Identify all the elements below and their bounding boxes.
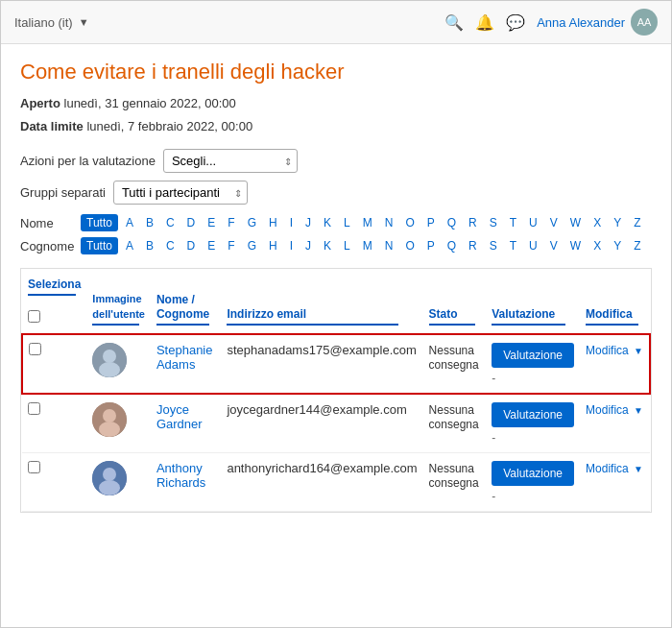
surname-filter-B[interactable]: B (141, 237, 158, 254)
surname-filter-W[interactable]: W (565, 237, 586, 254)
surname-filter-X[interactable]: X (588, 237, 606, 254)
row3-status: Nessuna consegna (429, 462, 479, 490)
name-filter-H[interactable]: H (264, 214, 282, 231)
name-filter-G[interactable]: G (243, 214, 261, 231)
select-all-checkbox[interactable] (28, 310, 40, 323)
name-filter-W[interactable]: W (565, 214, 586, 231)
surname-filter-J[interactable]: J (300, 237, 316, 254)
bell-icon[interactable]: 🔔 (475, 13, 494, 32)
row1-avatar-cell (86, 334, 151, 394)
surname-filter-A[interactable]: A (121, 237, 138, 254)
name-filter-T[interactable]: T (505, 214, 521, 231)
name-filter-E[interactable]: E (203, 214, 220, 231)
row3-grade-button[interactable]: Valutazione (492, 461, 574, 486)
name-filter-N[interactable]: N (380, 214, 398, 231)
name-filter-O[interactable]: O (400, 214, 419, 231)
user-menu[interactable]: Anna Alexander AA (537, 9, 658, 36)
row1-grade-button[interactable]: Valutazione (492, 343, 574, 368)
row2-edit-cell: Modifica ▼ (580, 394, 650, 453)
name-filter-M[interactable]: M (358, 214, 377, 231)
col-grade: Valutazione (486, 269, 580, 334)
surname-filter-F[interactable]: F (223, 237, 239, 254)
name-filter-Y[interactable]: Y (609, 214, 626, 231)
row1-avatar (92, 343, 127, 377)
row1-checkbox[interactable] (29, 343, 41, 355)
name-filter-X[interactable]: X (588, 214, 606, 231)
name-filter-J[interactable]: J (300, 214, 316, 231)
row2-sub: - (492, 431, 574, 445)
surname-filter-T[interactable]: T (505, 237, 521, 254)
submissions-table: Seleziona Immagine dell'utente Nome / Co… (21, 269, 651, 512)
row3-edit-link[interactable]: Modifica ▼ (586, 462, 643, 475)
surname-filter-N[interactable]: N (380, 237, 398, 254)
surname-filter-E[interactable]: E (203, 237, 220, 254)
row2-name-link[interactable]: Joyce Gardner (156, 402, 203, 431)
name-filter-B[interactable]: B (141, 214, 158, 231)
top-navigation: Italiano (it) ▼ 🔍 🔔 💬 Anna Alexander AA (1, 1, 671, 44)
surname-filter-H[interactable]: H (264, 237, 282, 254)
name-filter-A[interactable]: A (121, 214, 138, 231)
surname-filter-P[interactable]: P (422, 237, 440, 254)
surname-filter-U[interactable]: U (524, 237, 542, 254)
surname-filter-R[interactable]: R (464, 237, 482, 254)
name-filter-all[interactable]: Tutto (81, 214, 118, 231)
name-filter-Z[interactable]: Z (629, 214, 645, 231)
surname-filter-L[interactable]: L (339, 237, 355, 254)
actions-select[interactable]: Scegli... (163, 149, 298, 173)
row2-status-cell: Nessuna consegna (423, 394, 487, 453)
language-selector[interactable]: Italiano (it) ▼ (14, 15, 89, 30)
row3-email: anthonyrichard164@example.com (227, 461, 417, 475)
surname-filter-C[interactable]: C (161, 237, 180, 254)
surname-filter-Z[interactable]: Z (629, 237, 645, 254)
groups-select-wrapper: Tutti i partecipanti (113, 181, 248, 205)
groups-select[interactable]: Tutti i partecipanti (113, 181, 248, 205)
name-filter-C[interactable]: C (161, 214, 180, 231)
surname-filter-I[interactable]: I (285, 237, 298, 254)
row3-avatar (92, 461, 127, 495)
row2-grade-button[interactable]: Valutazione (492, 402, 574, 427)
surname-filter-S[interactable]: S (485, 237, 502, 254)
surname-filter-O[interactable]: O (400, 237, 419, 254)
row3-avatar-cell (86, 453, 151, 512)
name-filter-V[interactable]: V (545, 214, 563, 231)
name-filter-S[interactable]: S (485, 214, 502, 231)
row3-sub: - (492, 490, 574, 503)
row2-checkbox[interactable] (28, 402, 40, 415)
svg-point-8 (99, 480, 120, 495)
col-email: Indirizzo email (221, 269, 422, 334)
row3-checkbox[interactable] (28, 461, 40, 473)
surname-filter-Y[interactable]: Y (609, 237, 626, 254)
row3-name-link[interactable]: Anthony Richards (156, 461, 205, 490)
surname-filter-G[interactable]: G (243, 237, 261, 254)
name-filter-L[interactable]: L (339, 214, 355, 231)
row1-grade-cell: Valutazione - (486, 334, 580, 394)
row1-edit-link[interactable]: Modifica ▼ (586, 344, 643, 357)
actions-select-wrapper: Scegli... (163, 149, 298, 173)
name-filter-F[interactable]: F (223, 214, 239, 231)
chat-icon[interactable]: 💬 (506, 13, 525, 32)
name-filter-I[interactable]: I (285, 214, 298, 231)
row2-status: Nessuna consegna (429, 403, 479, 431)
search-icon[interactable]: 🔍 (444, 13, 464, 32)
name-filter-Q[interactable]: Q (443, 214, 461, 231)
deadline-row: Data limite lunedì, 7 febbraio 2022, 00:… (20, 117, 652, 136)
name-filter-P[interactable]: P (422, 214, 440, 231)
surname-filter-V[interactable]: V (545, 237, 563, 254)
surname-filter-Q[interactable]: Q (443, 237, 461, 254)
name-filter-K[interactable]: K (319, 214, 336, 231)
main-content: Come evitare i tranelli degli hacker Ape… (1, 44, 671, 528)
groups-row: Gruppi separati Tutti i partecipanti (20, 181, 652, 205)
name-filter-R[interactable]: R (464, 214, 482, 231)
surname-filter-K[interactable]: K (319, 237, 336, 254)
surname-filter-all[interactable]: Tutto (81, 237, 118, 254)
name-filter-U[interactable]: U (524, 214, 542, 231)
row2-email-cell: joycegardner144@example.com (221, 394, 422, 453)
nav-right: 🔍 🔔 💬 Anna Alexander AA (444, 9, 658, 36)
row1-name-link[interactable]: Stephanie Adams (156, 343, 213, 372)
row1-status: Nessuna consegna (429, 344, 479, 372)
name-filter-row: Nome Tutto A B C D E F G H I J K L M N O… (20, 214, 652, 231)
name-filter-D[interactable]: D (182, 214, 201, 231)
surname-filter-D[interactable]: D (182, 237, 201, 254)
row2-edit-link[interactable]: Modifica ▼ (586, 403, 643, 417)
surname-filter-M[interactable]: M (358, 237, 377, 254)
